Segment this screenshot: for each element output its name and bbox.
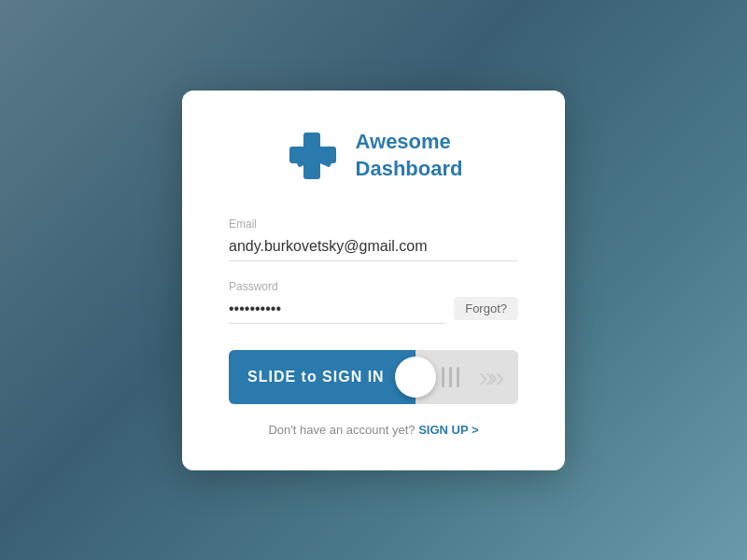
slide-bars-icon	[442, 367, 459, 387]
slide-arrows-icon: »»	[459, 361, 518, 393]
slide-handle[interactable]	[395, 357, 436, 398]
app-title-line2: Dashboard	[356, 157, 463, 180]
password-group: Password Forgot?	[229, 280, 518, 324]
slide-bar-2	[449, 367, 452, 387]
slide-blue-area: SLIDE to SIGN IN	[229, 350, 416, 404]
password-row: Forgot?	[229, 297, 518, 324]
signup-text: Don't have an account yet?	[268, 423, 415, 437]
signup-link[interactable]: SIGN UP >	[418, 423, 478, 437]
slide-section: SLIDE to SIGN IN »»	[229, 350, 518, 404]
password-label: Password	[229, 280, 518, 293]
forgot-button[interactable]: Forgot?	[454, 297, 518, 320]
email-group: Email	[229, 217, 518, 261]
signup-row: Don't have an account yet? SIGN UP >	[229, 423, 518, 437]
logo-section: Awesome Dashboard	[229, 128, 518, 184]
app-title-line1: Awesome	[356, 130, 451, 153]
app-title: Awesome Dashboard	[356, 129, 463, 182]
slide-track[interactable]: SLIDE to SIGN IN »»	[229, 350, 518, 404]
slide-bar-1	[442, 367, 444, 387]
email-label: Email	[229, 217, 518, 231]
email-input[interactable]	[229, 234, 518, 261]
password-input[interactable]	[229, 297, 444, 324]
slide-label: SLIDE to SIGN IN	[247, 369, 385, 385]
login-card: Awesome Dashboard Email Password Forgot?…	[182, 91, 565, 470]
app-logo-icon	[285, 128, 341, 184]
slide-arrows-text: »»	[479, 361, 499, 393]
